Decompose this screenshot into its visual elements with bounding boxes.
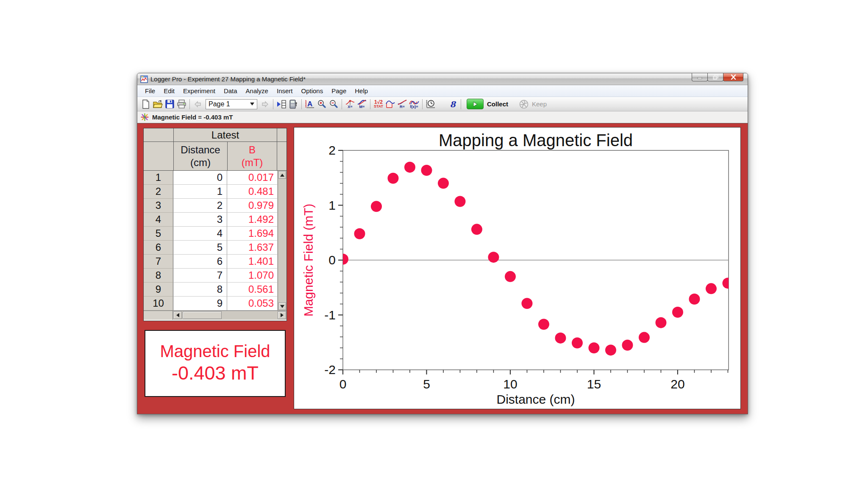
menu-experiment[interactable]: Experiment	[179, 86, 220, 96]
b-value-cell[interactable]: 0.053	[227, 297, 277, 311]
scroll-down-arrow[interactable]	[278, 302, 286, 310]
b-value-cell[interactable]: 1.492	[227, 213, 277, 227]
graph-panel[interactable]: Mapping a Magnetic Field05101520210-1-2D…	[294, 127, 741, 409]
zoom-out-button[interactable]	[328, 98, 339, 110]
scroll-left-arrow[interactable]	[173, 311, 182, 319]
open-file-button[interactable]	[152, 98, 164, 110]
statistics-button[interactable]: 1√2 STAT	[373, 98, 384, 110]
table-group-header: Latest	[173, 128, 277, 141]
examine-icon	[345, 100, 355, 105]
minimize-button[interactable]	[692, 73, 708, 81]
scroll-thumb[interactable]	[183, 311, 222, 319]
zoom-out-icon	[329, 100, 338, 109]
svg-text:0: 0	[328, 253, 336, 267]
distance-cell[interactable]: 3	[173, 213, 227, 227]
data-point	[521, 298, 532, 309]
menu-file[interactable]: File	[141, 86, 159, 96]
previous-page-button[interactable]	[192, 98, 204, 110]
row-number-cell[interactable]: 1	[144, 171, 173, 185]
menu-page[interactable]: Page	[327, 86, 351, 96]
linear-fit-button[interactable]: R=	[396, 98, 408, 110]
table-body: 100.017210.481320.979431.492541.694651.6…	[144, 171, 287, 311]
restore-button[interactable]	[707, 73, 723, 81]
distance-cell[interactable]: 4	[173, 227, 227, 241]
zero-icon: 8	[450, 100, 455, 109]
menu-edit[interactable]: Edit	[159, 86, 179, 96]
b-value-cell[interactable]: 0.481	[227, 185, 277, 199]
row-number-cell[interactable]: 7	[144, 255, 173, 269]
column-header-distance[interactable]: Distance(cm)	[173, 142, 227, 170]
next-page-button[interactable]	[259, 98, 271, 110]
table-row: 541.694	[144, 227, 287, 241]
scroll-up-arrow[interactable]	[278, 171, 286, 179]
b-value-cell[interactable]: 1.070	[227, 269, 277, 283]
distance-cell[interactable]: 1	[173, 185, 227, 199]
distance-cell[interactable]: 0	[173, 171, 227, 185]
zero-button[interactable]: 8	[447, 98, 459, 110]
page-selector[interactable]: Page 1	[206, 99, 257, 109]
scatter-points	[337, 162, 733, 356]
data-collection-setup-button[interactable]	[425, 98, 437, 110]
menu-insert[interactable]: Insert	[273, 86, 297, 96]
b-value-cell[interactable]: 0.561	[227, 283, 277, 297]
distance-cell[interactable]: 8	[173, 283, 227, 297]
data-table-icon	[276, 100, 287, 108]
svg-text:5: 5	[423, 377, 430, 391]
toolbar-separator	[301, 99, 302, 109]
meter-button[interactable]	[287, 98, 299, 110]
data-table-button[interactable]	[275, 98, 287, 110]
data-point	[706, 283, 717, 294]
data-point	[538, 319, 549, 330]
table-horizontal-scrollbar[interactable]	[144, 311, 287, 320]
new-file-button[interactable]	[140, 98, 152, 110]
collect-button[interactable]: Collect	[467, 99, 508, 109]
curve-fit-button[interactable]: f(x)=	[408, 98, 420, 110]
row-number-cell[interactable]: 9	[144, 283, 173, 297]
distance-cell[interactable]: 9	[173, 297, 227, 311]
integral-button[interactable]	[384, 98, 396, 110]
tangent-button[interactable]: M=	[356, 98, 368, 110]
data-table-panel[interactable]: Latest Distance(cm) B(mT) 100.017210.481…	[143, 128, 287, 321]
menu-analyze[interactable]: Analyze	[242, 86, 273, 96]
b-value-cell[interactable]: 1.401	[227, 255, 277, 269]
window-title: Logger Pro - Experiment 27 Mapping a Mag…	[150, 75, 306, 83]
title-bar[interactable]: Logger Pro - Experiment 27 Mapping a Mag…	[137, 73, 748, 85]
menu-data[interactable]: Data	[220, 86, 242, 96]
row-number-cell[interactable]: 5	[144, 227, 173, 241]
menu-help[interactable]: Help	[351, 86, 372, 96]
menu-options[interactable]: Options	[297, 86, 327, 96]
row-number-cell[interactable]: 4	[144, 213, 173, 227]
distance-cell[interactable]: 6	[173, 255, 227, 269]
column-header-b[interactable]: B(mT)	[227, 142, 277, 170]
toolbar-separator	[370, 99, 370, 109]
b-value-cell[interactable]: 0.979	[227, 199, 277, 213]
b-value-cell[interactable]: 1.637	[227, 241, 277, 255]
table-group-header-row: Latest	[144, 128, 287, 142]
table-vertical-scrollbar[interactable]	[278, 171, 287, 311]
sensor-status-bar: Magnetic Field = -0.403 mT	[137, 111, 748, 123]
keep-button[interactable]: Keep	[519, 100, 547, 109]
row-number-cell[interactable]: 6	[144, 241, 173, 255]
distance-cell[interactable]: 2	[173, 199, 227, 213]
new-file-icon	[142, 100, 150, 109]
row-number-cell[interactable]: 8	[144, 269, 173, 283]
save-button[interactable]	[164, 98, 175, 110]
row-number-cell[interactable]: 10	[144, 297, 173, 311]
zoom-in-button[interactable]	[316, 98, 328, 110]
b-value-cell[interactable]: 1.694	[227, 227, 277, 241]
row-number-cell[interactable]: 3	[144, 199, 173, 213]
menu-bar: File Edit Experiment Data Analyze Insert…	[137, 85, 748, 97]
row-number-cell[interactable]: 2	[144, 185, 173, 199]
b-value-cell[interactable]: 0.017	[227, 171, 277, 185]
distance-cell[interactable]: 7	[173, 269, 227, 283]
close-button[interactable]	[723, 73, 743, 81]
examine-button[interactable]: X=	[344, 98, 356, 110]
print-button[interactable]	[175, 98, 187, 110]
magnetic-field-meter[interactable]: Magnetic Field -0.403 mT	[145, 330, 286, 397]
printer-icon	[177, 100, 186, 108]
table-row: 980.561	[144, 283, 287, 297]
scroll-right-arrow[interactable]	[278, 311, 286, 319]
data-point	[622, 340, 633, 351]
distance-cell[interactable]: 5	[173, 241, 227, 255]
autoscale-button[interactable]: A	[304, 98, 316, 110]
